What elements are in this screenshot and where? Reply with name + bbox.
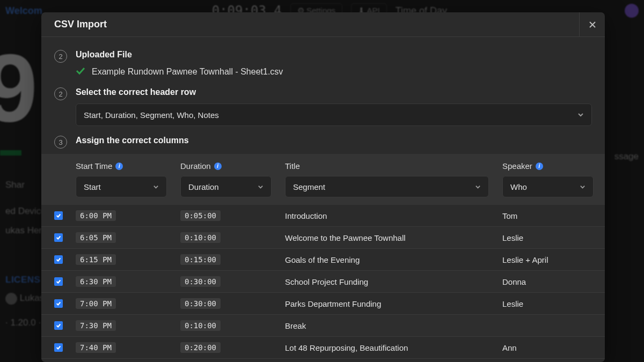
row-start: 6:30 PM [76,276,116,287]
speaker-column-select[interactable]: Who [502,176,594,197]
row-checkbox[interactable] [54,255,63,264]
uploaded-file-row: Example Rundown Pawnee Townhall - Sheet1… [76,66,592,78]
row-duration: 0:30:00 [180,298,221,309]
preview-rows: 6:00 PM0:05:00IntroductionTom6:05 PM0:10… [41,205,605,362]
row-checkbox[interactable] [54,343,63,352]
info-icon[interactable]: i [115,162,123,170]
row-speaker: Donna [502,277,594,286]
duration-column-select[interactable]: Duration [180,176,272,197]
chevron-down-icon [577,110,584,120]
row-title: Parks Department Funding [285,299,502,308]
table-row: 6:15 PM0:15:00Goals of the EveningLeslie… [41,249,605,271]
step3-title: Assign the correct columns [76,136,592,145]
table-row: 6:00 PM0:05:00IntroductionTom [41,205,605,227]
row-start: 6:05 PM [76,232,116,243]
row-checkbox[interactable] [54,299,63,308]
row-title: Lot 48 Repurposing, Beautification [285,343,502,352]
start-column-select[interactable]: Start [76,176,167,197]
chevron-down-icon [475,182,481,191]
step-number-1: 2 [54,50,67,63]
row-speaker: Tom [502,211,594,220]
row-start: 7:40 PM [76,342,116,353]
row-checkbox[interactable] [54,277,63,286]
chevron-down-icon [580,182,586,191]
row-duration: 0:30:00 [180,276,221,287]
row-duration: 0:15:00 [180,254,221,265]
step2-title: Select the correct header row [76,87,592,97]
row-speaker: Ann [502,343,594,352]
info-icon[interactable]: i [214,162,222,170]
row-duration: 0:10:00 [180,232,221,243]
close-icon [588,20,597,29]
row-duration: 0:10:00 [180,320,221,331]
chevron-down-icon [258,182,264,191]
column-mapping-header: Start Time i Start Duration i Duration T… [41,154,605,205]
col-title-label: Title [285,161,502,171]
header-row-value: Start, Duration, Segment, Who, Notes [84,110,219,120]
table-row: 7:00 PM0:30:00Parks Department FundingLe… [41,293,605,315]
row-title: Welcome to the Pawnee Townhall [285,233,502,242]
row-speaker: Leslie [502,233,594,242]
table-row: 7:30 PM0:10:00Break [41,315,605,337]
row-start: 7:00 PM [76,298,116,309]
table-row: 6:05 PM0:10:00Welcome to the Pawnee Town… [41,227,605,249]
row-start: 6:00 PM [76,210,116,221]
row-title: School Project Funding [285,277,502,286]
step-number-2: 2 [54,87,67,100]
row-start: 7:30 PM [76,320,116,331]
column-mapping-area: Start Time i Start Duration i Duration T… [41,154,605,362]
row-duration: 0:20:00 [180,342,221,353]
chevron-down-icon [153,182,159,191]
row-title: Break [285,321,502,330]
step1-title: Uploaded File [76,50,592,60]
table-row: 6:30 PM0:30:00School Project FundingDonn… [41,271,605,293]
row-start: 6:15 PM [76,254,116,265]
check-icon [76,66,85,78]
col-speaker-label: Speaker i [502,161,594,171]
step-assign-columns: 3 Assign the correct columns [54,136,592,149]
modal-header: CSV Import [41,12,605,37]
row-checkbox[interactable] [54,233,63,242]
step-uploaded-file: 2 Uploaded File Example Rundown Pawnee T… [54,50,592,78]
header-row-select[interactable]: Start, Duration, Segment, Who, Notes [76,104,592,126]
col-duration-label: Duration i [180,161,285,171]
step-number-3: 3 [54,136,67,149]
step-header-row: 2 Select the correct header row Start, D… [54,87,592,126]
row-duration: 0:05:00 [180,210,221,221]
modal-close-button[interactable] [579,12,605,37]
modal-title: CSV Import [41,19,107,30]
row-title: Goals of the Evening [285,255,502,264]
info-icon[interactable]: i [536,162,543,170]
title-column-select[interactable]: Segment [285,176,489,197]
uploaded-filename: Example Rundown Pawnee Townhall - Sheet1… [92,67,283,77]
row-checkbox[interactable] [54,211,63,220]
row-title: Introduction [285,211,502,220]
row-speaker: Leslie + April [502,255,594,264]
col-start-label: Start Time i [76,161,180,171]
row-checkbox[interactable] [54,321,63,330]
row-speaker: Leslie [502,299,594,308]
csv-import-modal: CSV Import 2 Uploaded File Example Rundo… [41,12,605,362]
table-row: 7:40 PM0:20:00Lot 48 Repurposing, Beauti… [41,337,605,359]
